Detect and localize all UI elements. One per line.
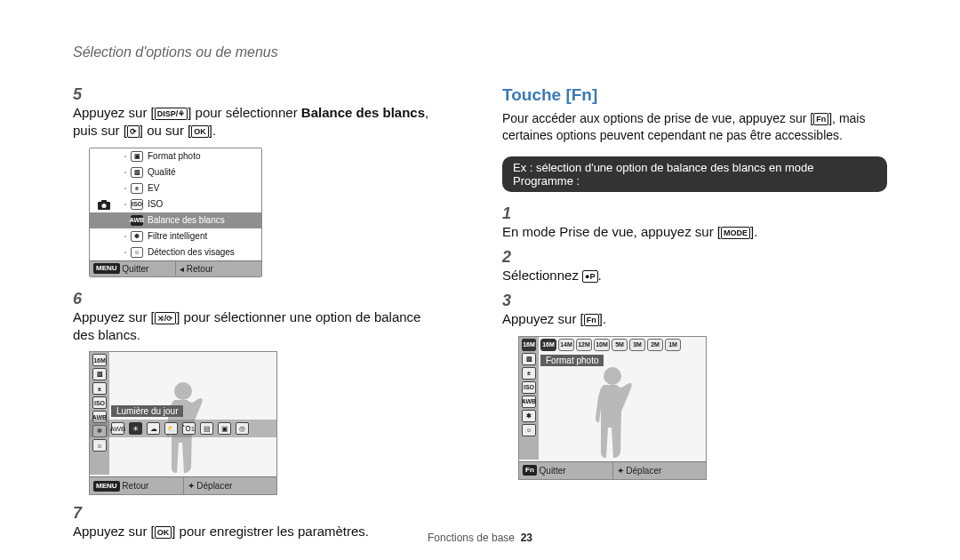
format-chip: 3M — [629, 339, 645, 351]
step-text: Appuyez sur [Fn]. — [502, 310, 866, 328]
step-1: 1 En mode Prise de vue, appuyez sur [MOD… — [502, 204, 887, 241]
program-mode-icon: ●P — [582, 270, 597, 283]
subject-silhouette — [581, 364, 644, 461]
side-icon: ✱ — [522, 410, 536, 422]
step-5: 5 Appuyez sur [DISP/⚘] pour sélectionner… — [73, 85, 458, 140]
format-chip: 2M — [647, 339, 663, 351]
svg-point-4 — [604, 367, 621, 385]
format-chip: 1M — [665, 339, 681, 351]
step-text: Sélectionnez ●P. — [502, 267, 866, 284]
side-icon: 16M — [92, 354, 107, 366]
wb-option-icon: ▣ — [218, 422, 231, 435]
menu-item-icon: ISO — [131, 199, 143, 210]
menu-key-icon: MENU — [93, 263, 120, 274]
menu-item-icon: ✱ — [131, 231, 143, 242]
page-footer: Fonctions de base 23 — [0, 532, 960, 544]
wb-option-icon: ☁ — [147, 422, 160, 435]
side-icon: ISO — [522, 381, 536, 394]
menu-item-icon: ☺ — [131, 247, 143, 258]
bullet-icon — [124, 236, 126, 237]
menu-item-label: Balance des blancs — [148, 215, 225, 225]
step-6: 6 Appuyez sur [⤨/⟳] pour sélectionner un… — [73, 290, 458, 345]
example-banner: Ex : sélection d'une option de balance d… — [502, 156, 887, 192]
step-text: Appuyez sur [⤨/⟳] pour sélectionner une … — [73, 308, 436, 345]
menu-key-icon: MENU — [93, 481, 120, 492]
liveview-move-label: Déplacer — [196, 481, 232, 491]
wb-option-icon: ⛅ — [164, 422, 178, 435]
wb-mode-label: Lumière du jour — [111, 405, 183, 417]
menu-item-icon: AWB — [131, 215, 143, 226]
menu-camera-icon — [90, 148, 118, 260]
menu-item-label: Filtre intelligent — [148, 231, 207, 241]
format-chip: 16M — [540, 339, 556, 351]
side-icon: 16M — [522, 339, 536, 351]
menu-item-label: EV — [148, 183, 159, 193]
menu-item-icon: ± — [131, 183, 143, 194]
menu-quit-label: Quitter — [122, 264, 148, 274]
page-header: Sélection d'options ou de menus — [73, 44, 887, 60]
svg-point-3 — [174, 382, 192, 400]
bullet-icon — [124, 204, 126, 205]
side-icon: ☺ — [92, 439, 107, 452]
fn-icon: Fn — [813, 113, 828, 125]
step-number: 2 — [502, 248, 520, 267]
side-icon: AWB — [522, 396, 536, 408]
menu-item-icon: ▧ — [131, 167, 143, 178]
bullet-icon — [124, 172, 126, 173]
bullet-icon — [124, 252, 126, 253]
menu-item-label: Détection des visages — [148, 247, 235, 257]
move-icon: ✦ — [617, 466, 624, 476]
side-icon: ± — [522, 367, 536, 380]
step-number: 6 — [73, 290, 91, 308]
wb-option-icon: Ὂ1 — [182, 422, 196, 435]
liveview-quit-label: Quitter — [540, 466, 566, 476]
wb-option-icon: AWB — [111, 422, 124, 435]
menu-item-label: ISO — [148, 199, 163, 209]
wb-option-icon: ☀ — [129, 422, 142, 435]
liveview-move-label: Déplacer — [626, 466, 661, 476]
step-number: 7 — [73, 504, 91, 523]
liveview-back-label: Retour — [122, 481, 148, 491]
fn-key-icon: Fn — [523, 465, 537, 476]
side-icon: ▧ — [92, 368, 107, 380]
step-number: 1 — [502, 204, 520, 223]
side-icon: ± — [92, 382, 107, 395]
side-icon: ISO — [92, 396, 107, 409]
section-desc: Pour accéder aux options de prise de vue… — [502, 110, 887, 144]
svg-point-2 — [102, 204, 107, 208]
wb-option-icon: ▤ — [200, 422, 213, 435]
bullet-icon — [124, 156, 126, 157]
camera-liveview-format: 16M▧±ISOAWB✱☺ 16M14M12M10M5M3M2M1M Forma… — [518, 336, 707, 480]
menu-back-label: Retour — [187, 264, 213, 274]
bullet-icon — [124, 220, 126, 221]
format-chip: 5M — [612, 339, 628, 351]
side-icon: ▧ — [522, 353, 536, 365]
step-text: En mode Prise de vue, appuyez sur [MODE]… — [502, 223, 866, 241]
back-arrow-icon: ◂ — [180, 264, 184, 274]
bullet-icon — [124, 188, 126, 189]
timer-icon: ⟳ — [127, 125, 140, 138]
step-3: 3 Appuyez sur [Fn]. — [502, 292, 887, 328]
section-title-fn: Touche [Fn] — [502, 85, 887, 105]
format-chip: 12M — [576, 339, 592, 351]
camera-menu-screenshot: ▣Format photo▧Qualité±EVISOISOAWBBalance… — [89, 148, 262, 277]
svg-rect-1 — [101, 200, 107, 203]
menu-item-icon: ▣ — [131, 151, 143, 162]
format-chip: 14M — [558, 339, 574, 351]
step-2: 2 Sélectionnez ●P. — [502, 248, 887, 284]
ok-icon: OK — [191, 125, 209, 138]
step-number: 5 — [73, 85, 91, 104]
step-number: 3 — [502, 292, 520, 310]
disp-flower-icon: DISP/⚘ — [155, 108, 188, 120]
format-chip: 10M — [594, 339, 610, 351]
side-icon: ☺ — [522, 424, 536, 436]
fn-icon: Fn — [584, 314, 599, 326]
menu-item-label: Format photo — [148, 151, 200, 161]
camera-liveview-wb: 16M▧±ISOAWB✱☺ Lumière du jour AWB☀☁⛅Ὂ1▤▣… — [89, 351, 277, 495]
step-text: Appuyez sur [DISP/⚘] pour sélectionner B… — [73, 104, 436, 140]
move-icon: ✦ — [188, 481, 195, 491]
flash-timer-icon: ⤨/⟳ — [155, 312, 177, 324]
wb-option-icon: ◎ — [236, 422, 249, 435]
mode-icon: MODE — [721, 227, 750, 239]
menu-item-label: Qualité — [148, 167, 176, 177]
